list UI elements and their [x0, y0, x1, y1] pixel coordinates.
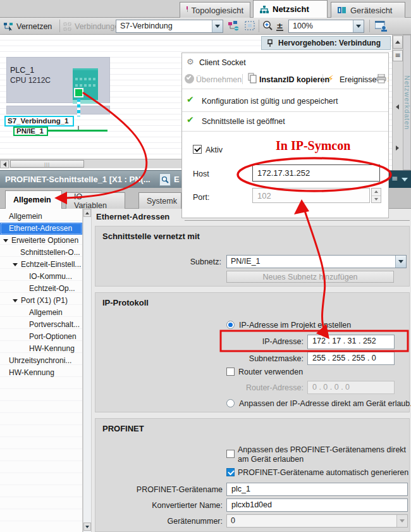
- tree-item[interactable]: Schnittstellen-O...: [0, 247, 82, 259]
- tab-topologiesicht[interactable]: Topologiesicht: [180, 2, 250, 18]
- scroll-menu-button[interactable]: ≡: [393, 50, 403, 61]
- vernetzen-label: Vernetzen: [16, 22, 52, 31]
- zoom-in-icon[interactable]: [262, 20, 274, 34]
- expand-arrow-icon[interactable]: [13, 263, 18, 266]
- eigenschaften-button[interactable]: [159, 173, 171, 186]
- connection-type-select[interactable]: S7-Verbindung: [116, 20, 223, 33]
- tree-item-label: Erweiterte Optionen: [11, 236, 78, 245]
- adjust-name-checkbox[interactable]: [226, 450, 235, 458]
- menu-icon: ≡: [395, 51, 400, 59]
- tab-io-variablen[interactable]: IO-Variablen: [66, 192, 125, 209]
- tab-allgemein[interactable]: Allgemein: [5, 190, 62, 209]
- tree-item-label: IO-Kommu...: [29, 272, 72, 281]
- status-ok-icon: ✔: [187, 94, 194, 104]
- tree-item[interactable]: Portverschalt...: [0, 319, 82, 331]
- tree-item[interactable]: Port-Optionen: [0, 331, 82, 343]
- ip-project-radio[interactable]: [226, 321, 235, 329]
- apply-button[interactable]: Übernehmen: [196, 75, 242, 84]
- window-title: Client Socket: [199, 58, 246, 67]
- scroll-left-button[interactable]: [0, 160, 9, 168]
- canvas-vscrollbar[interactable]: ≡: [392, 35, 403, 170]
- splitter-collapse-icon[interactable]: [396, 104, 399, 109]
- profinet-name-field[interactable]: plc_1: [226, 483, 408, 496]
- scroll-up-button[interactable]: [83, 209, 91, 217]
- zoom-fit-icon[interactable]: ±: [276, 22, 283, 31]
- splitter-expand-icon[interactable]: [396, 145, 399, 151]
- verbindungen-button[interactable]: Verbindungen: [63, 20, 123, 33]
- aktiv-checkbox[interactable]: [193, 145, 202, 154]
- port-spinner[interactable]: [371, 188, 381, 203]
- s7-connection-label[interactable]: S7_Verbindung_1: [4, 116, 74, 127]
- dropdown-button[interactable]: [395, 256, 406, 268]
- tree-item[interactable]: HW-Kennung: [0, 343, 82, 355]
- check-icon: [194, 145, 201, 152]
- vernetzen-button[interactable]: Vernetzen: [3, 20, 52, 33]
- expand-arrow-icon[interactable]: [13, 299, 18, 302]
- partial-button-label[interactable]: S: [388, 75, 389, 84]
- zoom-level-value: 100%: [289, 20, 353, 32]
- subnet-select[interactable]: PN/IE_1: [226, 255, 407, 268]
- zoom-level-select[interactable]: 100%: [288, 20, 364, 33]
- scroll-up-button[interactable]: [393, 35, 403, 49]
- subnet-mask-field[interactable]: 255 . 255 . 255 . 0: [307, 352, 395, 365]
- canvas-hscrollbar[interactable]: |||: [0, 159, 181, 168]
- add-subnet-button[interactable]: Neues Subnetz hinzufügen: [226, 271, 394, 283]
- tree-item[interactable]: Echtzeit-Einstell...: [0, 259, 82, 271]
- dropdown-button[interactable]: [212, 20, 223, 32]
- radio-dot: [228, 323, 233, 327]
- tree-item[interactable]: Allgemein: [0, 307, 82, 319]
- window-menu-icon[interactable]: ≡: [391, 174, 398, 183]
- device-number-label: Gerätenummer:: [95, 517, 223, 526]
- tree-item-label: Echtzeit-Op...: [29, 284, 75, 293]
- chevron-down-icon: [400, 519, 405, 523]
- printer-icon: [376, 74, 387, 84]
- subnet-label[interactable]: PN/IE_1: [13, 127, 48, 136]
- copy-instanzid-button[interactable]: InstanzID kopieren: [259, 75, 329, 84]
- ip-device-radio[interactable]: [226, 399, 235, 407]
- converted-name-field[interactable]: plcxb1d0ed: [226, 498, 408, 512]
- tab-geraetesicht[interactable]: Gerätesicht: [331, 2, 405, 18]
- subnet-value: PN/IE_1: [227, 256, 395, 268]
- selection-mode-icon[interactable]: [245, 21, 255, 33]
- netzwerkdaten-side-tab[interactable]: Netzwerkdaten: [403, 35, 411, 170]
- tree-item[interactable]: Erweiterte Optionen: [0, 235, 82, 247]
- tab-systemkonstanten[interactable]: Systemk: [138, 192, 181, 209]
- pn-port-green[interactable]: [74, 88, 83, 97]
- s7-connection-line: [77, 99, 80, 116]
- spin-down-button[interactable]: [372, 196, 381, 203]
- subnet-line[interactable]: [48, 130, 107, 132]
- tab-netzsicht[interactable]: Netzsicht: [253, 0, 328, 18]
- adjust-name-label-line2: am Gerät erlauben: [238, 455, 304, 464]
- adjust-name-label-line1: Anpassen des PROFINET-Gerätenamens direk…: [238, 445, 406, 454]
- router-checkbox[interactable]: [226, 368, 235, 376]
- tree-item[interactable]: HW-Kennung: [0, 367, 82, 379]
- tree-scrollbar[interactable]: [83, 209, 92, 532]
- auto-name-checkbox[interactable]: [226, 468, 235, 476]
- tree-item-label: Echtzeit-Einstell...: [21, 260, 81, 269]
- device-type: CPU 1212C: [10, 76, 51, 85]
- tree-item[interactable]: Echtzeit-Op...: [0, 283, 82, 295]
- scroll-thumb[interactable]: |||: [10, 160, 84, 168]
- tree-item[interactable]: IO-Kommu...: [0, 271, 82, 283]
- ip-address-field[interactable]: 172 . 17 . 31 . 252: [307, 335, 395, 349]
- collapse-panel-icon[interactable]: [402, 178, 408, 182]
- expand-arrow-icon[interactable]: [3, 239, 8, 242]
- tree-item[interactable]: Uhrzeitsynchroni...: [0, 355, 82, 367]
- dropdown-button[interactable]: [353, 20, 364, 32]
- separator: [182, 131, 389, 132]
- pin-icon: [267, 39, 273, 47]
- tree-item[interactable]: Allgemein: [0, 211, 82, 223]
- tree-item[interactable]: Port (X1) (P1): [0, 295, 82, 307]
- events-button[interactable]: Ereignisse: [340, 75, 376, 84]
- host-input[interactable]: 172.17.31.252: [252, 164, 380, 182]
- topology-icon: [187, 6, 188, 14]
- properties-title: PROFINET-Schnittstelle_1 [X1 : PN(...: [5, 175, 150, 184]
- highlight-connection-icon[interactable]: [228, 21, 240, 33]
- spin-up-button[interactable]: [372, 189, 381, 196]
- arrow-down-icon: [374, 198, 378, 201]
- tree-item[interactable]: Ethernet-Adressen: [0, 223, 82, 235]
- toolbar-separator: [369, 20, 370, 32]
- gear-icon: ⚙: [187, 57, 194, 66]
- scroll-down-button[interactable]: [83, 523, 91, 531]
- address-labels-icon[interactable]: [375, 21, 388, 34]
